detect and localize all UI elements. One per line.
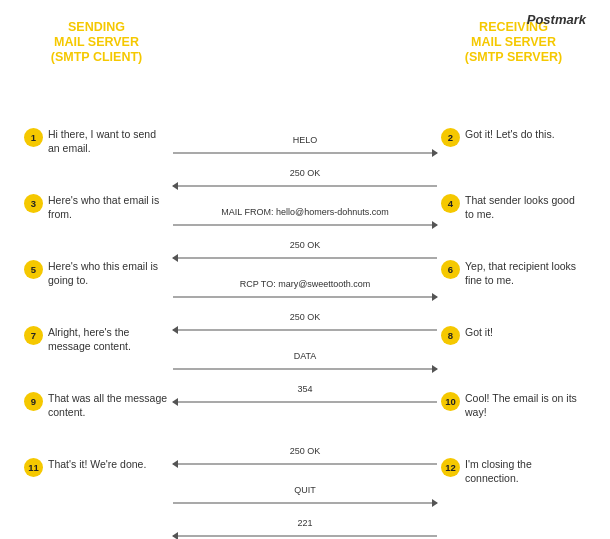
- badge-9: 9: [24, 392, 43, 411]
- badge-3: 3: [24, 194, 43, 213]
- arrow-250ok-2: 250 OK: [173, 240, 437, 265]
- arrow-221: 221: [173, 518, 437, 539]
- badge-4: 4: [441, 194, 460, 213]
- arrow-221-line: [173, 529, 437, 539]
- left-step-7-text: Alright, here's the message content.: [48, 325, 169, 353]
- right-step-8-text: Got it!: [465, 325, 493, 339]
- arrow-pair-2: MAIL FROM: hello@homers-dohnuts.com 250 …: [173, 207, 437, 269]
- arrow-250ok-3-line: [173, 323, 437, 337]
- arrow-data-line: [173, 362, 437, 376]
- right-step-4: 4 That sender looks good to me.: [441, 193, 586, 245]
- right-step-6: 6 Yep, that recipient looks fine to me.: [441, 259, 586, 311]
- center-arrows: HELO 250 OK MAIL FROM: hello@homers-dohn…: [169, 127, 441, 539]
- left-step-1: 1 Hi there, I want to send an email.: [24, 127, 169, 179]
- left-step-5: 5 Here's who this email is going to.: [24, 259, 169, 311]
- arrow-pair-3: RCP TO: mary@sweettooth.com 250 OK: [173, 279, 437, 341]
- arrow-250ok-1-label: 250 OK: [290, 168, 321, 178]
- arrow-250ok-4-line: [173, 457, 437, 471]
- left-steps: 1 Hi there, I want to send an email. 3 H…: [24, 127, 169, 539]
- arrow-250ok-3-label: 250 OK: [290, 312, 321, 322]
- arrow-250ok-1: 250 OK: [173, 168, 437, 193]
- right-step-2-text: Got it! Let's do this.: [465, 127, 555, 141]
- arrow-rcp-to-line: [173, 290, 437, 304]
- badge-7: 7: [24, 326, 43, 345]
- header-spacer: [169, 20, 441, 65]
- arrow-250ok-4: 250 OK: [173, 446, 437, 471]
- arrow-354-line: [173, 395, 437, 409]
- arrow-mail-from-line: [173, 218, 437, 232]
- right-step-10-text: Cool! The email is on its way!: [465, 391, 586, 419]
- arrow-354-label: 354: [297, 384, 312, 394]
- left-step-5-text: Here's who this email is going to.: [48, 259, 169, 287]
- arrow-250ok-3: 250 OK: [173, 312, 437, 337]
- arrow-data-label: DATA: [294, 351, 317, 361]
- arrow-quit-line: [173, 496, 437, 510]
- arrow-mail-from: MAIL FROM: hello@homers-dohnuts.com: [173, 207, 437, 232]
- arrow-mail-from-label: MAIL FROM: hello@homers-dohnuts.com: [221, 207, 388, 217]
- left-step-7: 7 Alright, here's the message content.: [24, 325, 169, 377]
- right-steps: 2 Got it! Let's do this. 4 That sender l…: [441, 127, 586, 539]
- arrow-rcp-to: RCP TO: mary@sweettooth.com: [173, 279, 437, 304]
- right-step-12-text: I'm closing the connection.: [465, 457, 586, 485]
- badge-6: 6: [441, 260, 460, 279]
- arrow-250ok-2-line: [173, 251, 437, 265]
- badge-5: 5: [24, 260, 43, 279]
- right-step-8: 8 Got it!: [441, 325, 586, 377]
- arrow-pair-4: DATA 354: [173, 351, 437, 413]
- left-step-9-text: That was all the message content.: [48, 391, 169, 419]
- arrow-helo: HELO: [173, 135, 437, 160]
- right-step-4-text: That sender looks good to me.: [465, 193, 586, 221]
- left-step-11-text: That's it! We're done.: [48, 457, 146, 471]
- left-step-1-text: Hi there, I want to send an email.: [48, 127, 169, 155]
- arrow-quit-label: QUIT: [294, 485, 316, 495]
- main-layout: 1 Hi there, I want to send an email. 3 H…: [24, 69, 586, 539]
- arrow-quit: QUIT: [173, 485, 437, 510]
- badge-1: 1: [24, 128, 43, 147]
- right-step-6-text: Yep, that recipient looks fine to me.: [465, 259, 586, 287]
- arrow-354: 354: [173, 384, 437, 409]
- left-step-3-text: Here's who that email is from.: [48, 193, 169, 221]
- headers-row: SENDINGMAIL SERVER(SMTP CLIENT) RECEIVIN…: [24, 20, 586, 65]
- arrow-221-label: 221: [297, 518, 312, 528]
- arrow-250ok-2-label: 250 OK: [290, 240, 321, 250]
- page-container: Postmark SENDINGMAIL SERVER(SMTP CLIENT)…: [0, 0, 610, 539]
- arrow-helo-line: [173, 146, 437, 160]
- right-step-12: 12 I'm closing the connection.: [441, 457, 586, 509]
- postmark-logo: Postmark: [527, 12, 586, 27]
- badge-12: 12: [441, 458, 460, 477]
- arrow-rcp-to-label: RCP TO: mary@sweettooth.com: [240, 279, 371, 289]
- arrow-pair-1: HELO 250 OK: [173, 135, 437, 197]
- left-server-title: SENDINGMAIL SERVER(SMTP CLIENT): [24, 20, 169, 65]
- left-step-11: 11 That's it! We're done.: [24, 457, 169, 509]
- right-step-2: 2 Got it! Let's do this.: [441, 127, 586, 179]
- badge-2: 2: [441, 128, 460, 147]
- left-step-3: 3 Here's who that email is from.: [24, 193, 169, 245]
- arrow-data: DATA: [173, 351, 437, 376]
- right-step-10: 10 Cool! The email is on its way!: [441, 391, 586, 443]
- badge-8: 8: [441, 326, 460, 345]
- arrow-helo-label: HELO: [293, 135, 318, 145]
- left-step-9: 9 That was all the message content.: [24, 391, 169, 443]
- arrow-250ok-1-line: [173, 179, 437, 193]
- arrow-pair-6: QUIT 221: [173, 485, 437, 539]
- badge-10: 10: [441, 392, 460, 411]
- arrow-250ok-4-label: 250 OK: [290, 446, 321, 456]
- arrow-pair-5: 250 OK: [173, 423, 437, 475]
- badge-11: 11: [24, 458, 43, 477]
